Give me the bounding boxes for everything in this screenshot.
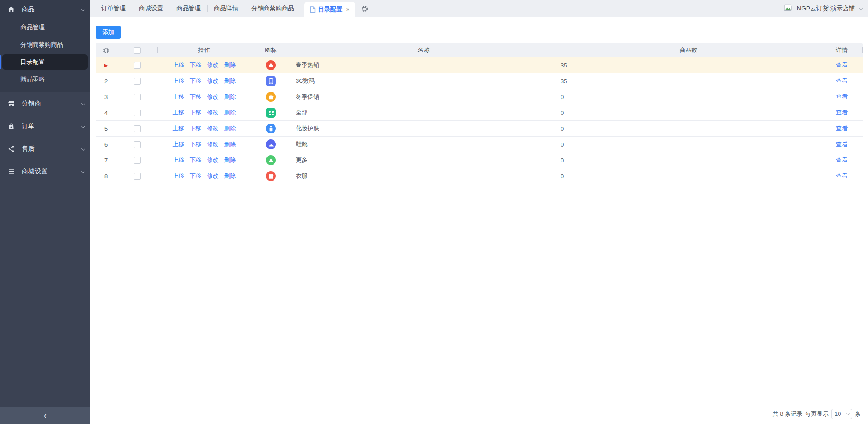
tab-forbidden-products[interactable]: 分销商禁购商品	[245, 0, 301, 17]
move-up-link[interactable]: 上移	[173, 124, 184, 133]
move-up-link[interactable]: 上移	[173, 93, 184, 101]
catalog-table: 操作 图标 名称 商品数 详情 ▶ 上移 下移 修改 删除	[96, 43, 863, 184]
delete-link[interactable]: 删除	[224, 156, 236, 164]
tab-mall-settings[interactable]: 商城设置	[132, 0, 170, 17]
view-link[interactable]: 查看	[836, 61, 848, 69]
move-up-link[interactable]: 上移	[173, 156, 184, 164]
account-area[interactable]: NGP云订货-演示店铺	[784, 0, 868, 17]
menu-lines-icon	[7, 167, 15, 176]
sidebar-submenu: 商品管理 分销商禁购商品 目录配置 赠品策略	[0, 19, 90, 92]
tab-catalog-config-active[interactable]: 目录配置 ×	[304, 2, 355, 17]
add-button[interactable]: 添加	[96, 26, 121, 39]
move-down-link[interactable]: 下移	[190, 156, 202, 164]
category-name: 衣服	[291, 168, 556, 184]
move-down-link[interactable]: 下移	[190, 61, 202, 69]
triangle-icon	[266, 155, 276, 165]
header-name: 名称	[291, 43, 556, 57]
edit-link[interactable]: 修改	[207, 124, 219, 133]
move-up-link[interactable]: 上移	[173, 172, 184, 180]
edit-link[interactable]: 修改	[207, 61, 219, 69]
move-down-link[interactable]: 下移	[190, 109, 202, 117]
row-checkbox[interactable]	[134, 141, 141, 148]
selected-row-marker-icon: ▶	[104, 62, 108, 68]
move-up-link[interactable]: 上移	[173, 140, 184, 148]
view-link[interactable]: 查看	[836, 109, 848, 117]
edit-link[interactable]: 修改	[207, 140, 219, 148]
move-down-link[interactable]: 下移	[190, 93, 202, 101]
product-count: 0	[556, 152, 821, 168]
tab-order-manage[interactable]: 订单管理	[95, 0, 132, 17]
category-name: 化妆护肤	[291, 121, 556, 136]
chevron-down-icon	[81, 101, 85, 105]
move-down-link[interactable]: 下移	[190, 77, 202, 85]
delete-link[interactable]: 删除	[224, 140, 236, 148]
tab-product-detail[interactable]: 商品详情	[208, 0, 245, 17]
row-checkbox[interactable]	[134, 62, 141, 69]
delete-link[interactable]: 删除	[224, 124, 236, 133]
select-all-checkbox[interactable]	[134, 47, 141, 54]
tab-settings-gear-icon[interactable]	[361, 0, 368, 17]
row-checkbox[interactable]	[134, 94, 141, 100]
sidebar-group-distributor[interactable]: 分销商	[0, 92, 90, 115]
category-name: 冬季促销	[291, 89, 556, 105]
table-header: 操作 图标 名称 商品数 详情	[96, 43, 863, 57]
sidebar-item-catalog-config[interactable]: 目录配置	[0, 53, 90, 71]
delete-link[interactable]: 删除	[224, 172, 236, 180]
category-name: 更多	[291, 152, 556, 168]
edit-link[interactable]: 修改	[207, 77, 219, 85]
app-window: 商品 商品管理 分销商禁购商品 目录配置 赠品策略 分销商	[0, 0, 868, 424]
sidebar-group-mall-settings[interactable]: 商城设置	[0, 160, 90, 183]
view-link[interactable]: 查看	[836, 93, 848, 101]
sidebar-item-product-manage[interactable]: 商品管理	[0, 19, 90, 36]
move-down-link[interactable]: 下移	[190, 140, 202, 148]
sidebar-group-aftersale[interactable]: 售后	[0, 138, 90, 160]
row-checkbox[interactable]	[134, 78, 141, 85]
sidebar-collapse-button[interactable]: ‹	[0, 407, 90, 424]
main-area: 订单管理 商城设置 商品管理 商品详情 分销商禁购商品 目录配置 ×	[90, 0, 868, 424]
edit-link[interactable]: 修改	[207, 172, 219, 180]
delete-link[interactable]: 删除	[224, 109, 236, 117]
sidebar-group-products[interactable]: 商品	[0, 0, 90, 19]
row-checkbox[interactable]	[134, 110, 141, 116]
move-up-link[interactable]: 上移	[173, 109, 184, 117]
page-size-select[interactable]: 10	[831, 409, 852, 419]
move-down-link[interactable]: 下移	[190, 124, 202, 133]
view-link[interactable]: 查看	[836, 124, 848, 133]
edit-link[interactable]: 修改	[207, 93, 219, 101]
header-count: 商品数	[556, 43, 821, 57]
category-name: 鞋靴	[291, 137, 556, 152]
move-down-link[interactable]: 下移	[190, 172, 202, 180]
move-up-link[interactable]: 上移	[173, 61, 184, 69]
sidebar: 商品 商品管理 分销商禁购商品 目录配置 赠品策略 分销商	[0, 0, 90, 424]
delete-link[interactable]: 删除	[224, 93, 236, 101]
close-icon[interactable]: ×	[346, 6, 350, 13]
table-row: ▶ 上移 下移 修改 删除 春季热销 35 查看	[96, 57, 863, 73]
bag-icon	[7, 122, 15, 130]
row-checkbox[interactable]	[134, 173, 141, 180]
chevron-down-icon	[81, 169, 85, 173]
delete-link[interactable]: 删除	[224, 61, 236, 69]
header-operation: 操作	[158, 43, 250, 57]
store-icon	[7, 100, 15, 108]
delete-link[interactable]: 删除	[224, 77, 236, 85]
chevron-down-icon	[81, 146, 85, 151]
view-link[interactable]: 查看	[836, 140, 848, 148]
edit-link[interactable]: 修改	[207, 156, 219, 164]
edit-link[interactable]: 修改	[207, 109, 219, 117]
column-settings-cell[interactable]	[96, 43, 116, 57]
view-link[interactable]: 查看	[836, 172, 848, 180]
home-icon	[7, 5, 15, 14]
shirt-icon	[266, 171, 276, 181]
share-icon	[7, 145, 15, 153]
sidebar-group-orders[interactable]: 订单	[0, 115, 90, 138]
row-checkbox[interactable]	[134, 125, 141, 132]
tab-product-manage[interactable]: 商品管理	[170, 0, 207, 17]
phone-icon	[266, 76, 276, 86]
sidebar-item-forbidden-products[interactable]: 分销商禁购商品	[0, 36, 90, 53]
view-link[interactable]: 查看	[836, 156, 848, 164]
record-total: 共 8 条记录	[773, 410, 802, 418]
view-link[interactable]: 查看	[836, 77, 848, 85]
sidebar-item-gift-policy[interactable]: 赠品策略	[0, 71, 90, 88]
row-checkbox[interactable]	[134, 157, 141, 164]
move-up-link[interactable]: 上移	[173, 77, 184, 85]
